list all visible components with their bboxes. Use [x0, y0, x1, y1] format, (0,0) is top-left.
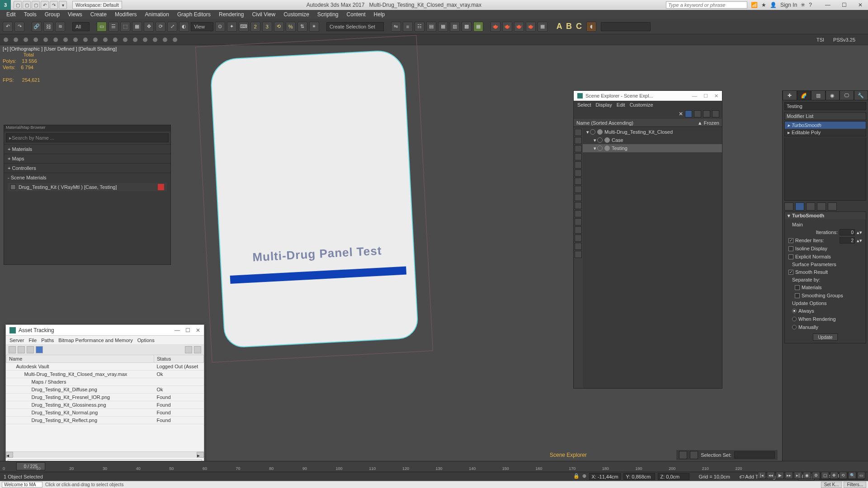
- minimize-button[interactable]: —: [820, 1, 835, 9]
- asset-col-name[interactable]: Name: [6, 355, 154, 363]
- play-button[interactable]: ▶: [776, 472, 784, 479]
- asset-menu-item[interactable]: File: [28, 338, 37, 343]
- scene-side-btn[interactable]: [575, 186, 582, 193]
- asset-row[interactable]: Drug_Testing_Kit_Fresnel_IOR.pngFound: [6, 394, 204, 401]
- asset-tb-btn[interactable]: [36, 346, 43, 353]
- scene-menu-item[interactable]: Display: [596, 102, 612, 108]
- schematic-button[interactable]: ▥: [450, 22, 460, 32]
- scene-side-btn[interactable]: [575, 129, 582, 136]
- placement-button[interactable]: ◐: [179, 22, 189, 32]
- menu-create[interactable]: Create: [87, 10, 110, 19]
- scene-side-btn[interactable]: [575, 226, 582, 234]
- scene-close-button[interactable]: ✕: [714, 93, 718, 99]
- viewport-nav-button[interactable]: 🔍: [848, 472, 856, 479]
- ref-coord-system[interactable]: View: [191, 22, 213, 31]
- close-button[interactable]: ✕: [853, 1, 868, 9]
- make-unique-button[interactable]: [806, 202, 815, 211]
- matbrowser-section[interactable]: - Scene Materials: [4, 173, 170, 182]
- coord-z[interactable]: Z: 0,0cm: [658, 473, 689, 480]
- maximize-button[interactable]: ☐: [836, 1, 852, 9]
- asset-tb-btn[interactable]: [18, 346, 25, 353]
- object-name-field[interactable]: Testing: [784, 102, 866, 110]
- goto-start-button[interactable]: |◂: [758, 472, 766, 479]
- light-dot[interactable]: [43, 38, 48, 42]
- render-setup-button[interactable]: ▦: [473, 22, 483, 32]
- tab-motion[interactable]: ◉: [826, 90, 840, 100]
- coord-y[interactable]: Y: 0,868cm: [623, 473, 655, 480]
- asset-menu-item[interactable]: Options: [137, 338, 155, 343]
- asset-hscroll[interactable]: ◂▸: [6, 451, 204, 458]
- set-key-button[interactable]: Set K...: [821, 482, 842, 488]
- ortho-button[interactable]: ✴: [309, 22, 319, 32]
- matbrowser-search[interactable]: ▸ Search by Name ...: [6, 133, 169, 142]
- scene-tree-item[interactable]: ▾Case: [583, 136, 722, 144]
- sep-materials-check[interactable]: [795, 285, 800, 290]
- scene-side-btn[interactable]: [575, 161, 582, 169]
- scene-menu-item[interactable]: Customize: [630, 102, 653, 108]
- menu-civil-view[interactable]: Civil View: [248, 10, 279, 19]
- layer-button[interactable]: ☷: [415, 22, 425, 32]
- modifier-stack-item[interactable]: ▸ Editable Poly: [785, 129, 866, 136]
- undo-button[interactable]: ↶: [3, 22, 13, 32]
- modifier-stack[interactable]: ▸ TurboSmooth▸ Editable Poly: [784, 121, 866, 136]
- redo-button[interactable]: ↷: [14, 22, 24, 32]
- qat-open-icon[interactable]: ▢: [23, 1, 31, 9]
- asset-menu-item[interactable]: Bitmap Performance and Memory: [58, 338, 132, 343]
- asset-menu-item[interactable]: Paths: [41, 338, 54, 343]
- scale-button[interactable]: ⤢: [167, 22, 177, 32]
- tab-utilities[interactable]: 🔧: [854, 90, 868, 100]
- qat-save-icon[interactable]: ▢: [32, 1, 40, 9]
- curve-editor-button[interactable]: ▦: [438, 22, 448, 32]
- goto-end-button[interactable]: ▸|: [794, 472, 802, 479]
- qat-undo-icon[interactable]: ↶: [41, 1, 49, 9]
- show-end-result-button[interactable]: [795, 202, 804, 211]
- tab-create[interactable]: ✚: [783, 90, 797, 100]
- light-dot[interactable]: [53, 38, 58, 42]
- bind-button[interactable]: ≋: [55, 22, 65, 32]
- asset-tb-btn[interactable]: [9, 346, 16, 353]
- scene-side-btn[interactable]: [575, 153, 582, 160]
- maxscript-mini-listener[interactable]: Welcome to MA: [2, 482, 42, 488]
- select-rect-button[interactable]: ⬚: [120, 22, 130, 32]
- remove-modifier-button[interactable]: [817, 202, 826, 211]
- link-button[interactable]: 🔗: [32, 22, 42, 32]
- select-window-button[interactable]: ▦: [132, 22, 142, 32]
- tab-hierarchy[interactable]: ▥: [811, 90, 826, 100]
- percent-snap-button[interactable]: %: [286, 22, 296, 32]
- coord-mode-icon[interactable]: ⊕: [582, 473, 586, 480]
- render-preset-button[interactable]: ▦: [538, 22, 547, 32]
- render-prod-button[interactable]: 🫖: [514, 22, 524, 32]
- manipulate-button[interactable]: ✦: [227, 22, 237, 32]
- update-manual-radio[interactable]: [792, 325, 797, 329]
- sep-smoothing-check[interactable]: [795, 293, 800, 298]
- render-button[interactable]: 🫖: [502, 22, 512, 32]
- matbrowser-section[interactable]: + Maps: [4, 154, 170, 163]
- timeline[interactable]: 0 / 225 01020304050607080901001101201301…: [0, 461, 868, 472]
- asset-row[interactable]: Drug_Testing_Kit_Normal.pngFound: [6, 409, 204, 417]
- menu-content[interactable]: Content: [343, 10, 369, 19]
- menu-help[interactable]: Help: [370, 10, 389, 19]
- move-button[interactable]: ✥: [144, 22, 154, 32]
- snap-2d-button[interactable]: 2: [250, 22, 260, 32]
- select-name-button[interactable]: ☰: [108, 22, 118, 32]
- menu-views[interactable]: Views: [64, 10, 86, 19]
- viewport-label[interactable]: [+] [Orthographic ] [User Defined ] [Def…: [3, 46, 117, 52]
- asset-row[interactable]: Multi-Drug_Testing_Kit_Closed_max_vray.m…: [6, 371, 204, 378]
- scene-menu-item[interactable]: Edit: [617, 102, 625, 108]
- scene-material-item[interactable]: Drug_Testing_Kit ( VRayMtl ) [Case, Test…: [8, 183, 167, 191]
- pin-stack-button[interactable]: [784, 202, 793, 211]
- render-preset-combo[interactable]: [601, 22, 651, 31]
- signin-link[interactable]: Sign In: [780, 2, 797, 8]
- viewport-nav-button[interactable]: ✥: [830, 472, 838, 479]
- iterations-spinner[interactable]: [840, 229, 855, 235]
- key-mode-button[interactable]: ◉: [803, 472, 811, 479]
- viewport-nav-button[interactable]: ⟲: [839, 472, 847, 479]
- scene-filter-btn[interactable]: [685, 110, 692, 117]
- rotate-button[interactable]: ⟳: [156, 22, 165, 32]
- key-filters-button[interactable]: Filters...: [844, 482, 866, 488]
- update-render-radio[interactable]: [792, 317, 797, 321]
- light-dot[interactable]: [103, 38, 108, 42]
- light-dot[interactable]: [24, 38, 28, 42]
- scene-side-btn[interactable]: [575, 202, 582, 209]
- qat-redo-icon[interactable]: ↷: [50, 1, 58, 9]
